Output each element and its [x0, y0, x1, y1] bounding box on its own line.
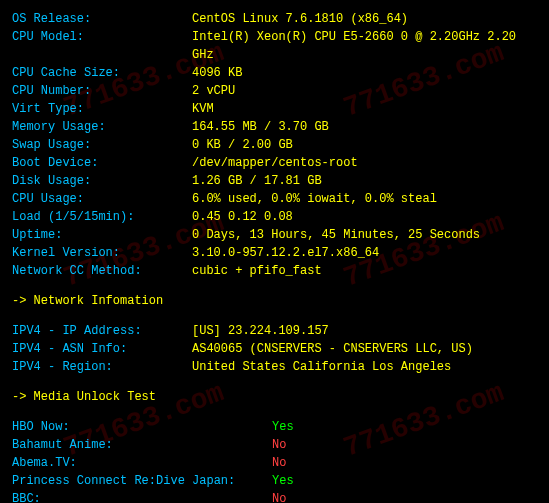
row-boot-device: Boot Device: /dev/mapper/centos-root — [12, 154, 537, 172]
value-boot-device: /dev/mapper/centos-root — [192, 154, 358, 172]
label-ipv4-asn: IPV4 - ASN Info: — [12, 340, 192, 358]
row-virt-type: Virt Type: KVM — [12, 100, 537, 118]
row-memory-usage: Memory Usage: 164.55 MB / 3.70 GB — [12, 118, 537, 136]
label-cpu-usage: CPU Usage: — [12, 190, 192, 208]
row-uptime: Uptime: 0 Days, 13 Hours, 45 Minutes, 25… — [12, 226, 537, 244]
label-ipv4-ip: IPV4 - IP Address: — [12, 322, 192, 340]
row-swap-usage: Swap Usage: 0 KB / 2.00 GB — [12, 136, 537, 154]
label-boot-device: Boot Device: — [12, 154, 192, 172]
value-hbo: Yes — [272, 418, 294, 436]
label-virt-type: Virt Type: — [12, 100, 192, 118]
label-cpu-cache: CPU Cache Size: — [12, 64, 192, 82]
label-cpu-model: CPU Model: — [12, 28, 192, 64]
label-uptime: Uptime: — [12, 226, 192, 244]
row-cpu-model: CPU Model: Intel(R) Xeon(R) CPU E5-2660 … — [12, 28, 537, 64]
value-ipv4-asn: AS40065 (CNSERVERS - CNSERVERS LLC, US) — [192, 340, 473, 358]
row-load: Load (1/5/15min): 0.45 0.12 0.08 — [12, 208, 537, 226]
row-ipv4-ip: IPV4 - IP Address: [US] 23.224.109.157 — [12, 322, 537, 340]
value-load: 0.45 0.12 0.08 — [192, 208, 293, 226]
value-virt-type: KVM — [192, 100, 214, 118]
value-princess: Yes — [272, 472, 294, 490]
row-cc-method: Network CC Method: cubic + pfifo_fast — [12, 262, 537, 280]
label-abema: Abema.TV: — [12, 454, 272, 472]
value-cc-method: cubic + pfifo_fast — [192, 262, 322, 280]
value-bbc: No — [272, 490, 286, 503]
label-princess: Princess Connect Re:Dive Japan: — [12, 472, 272, 490]
label-memory-usage: Memory Usage: — [12, 118, 192, 136]
label-ipv4-region: IPV4 - Region: — [12, 358, 192, 376]
value-ipv4-region: United States California Los Angeles — [192, 358, 451, 376]
label-cpu-number: CPU Number: — [12, 82, 192, 100]
value-abema: No — [272, 454, 286, 472]
row-ipv4-asn: IPV4 - ASN Info: AS40065 (CNSERVERS - CN… — [12, 340, 537, 358]
value-cpu-usage: 6.0% used, 0.0% iowait, 0.0% steal — [192, 190, 437, 208]
section-network-info: -> Network Infomation — [12, 292, 537, 310]
label-kernel: Kernel Version: — [12, 244, 192, 262]
value-memory-usage: 164.55 MB / 3.70 GB — [192, 118, 329, 136]
row-bbc: BBC: No — [12, 490, 537, 503]
value-disk-usage: 1.26 GB / 17.81 GB — [192, 172, 322, 190]
value-cpu-cache: 4096 KB — [192, 64, 242, 82]
row-cpu-cache: CPU Cache Size: 4096 KB — [12, 64, 537, 82]
row-kernel: Kernel Version: 3.10.0-957.12.2.el7.x86_… — [12, 244, 537, 262]
label-cc-method: Network CC Method: — [12, 262, 192, 280]
label-disk-usage: Disk Usage: — [12, 172, 192, 190]
value-kernel: 3.10.0-957.12.2.el7.x86_64 — [192, 244, 379, 262]
row-princess: Princess Connect Re:Dive Japan: Yes — [12, 472, 537, 490]
label-load: Load (1/5/15min): — [12, 208, 192, 226]
label-bbc: BBC: — [12, 490, 272, 503]
label-hbo: HBO Now: — [12, 418, 272, 436]
row-os-release: OS Release: CentOS Linux 7.6.1810 (x86_6… — [12, 10, 537, 28]
row-cpu-usage: CPU Usage: 6.0% used, 0.0% iowait, 0.0% … — [12, 190, 537, 208]
row-cpu-number: CPU Number: 2 vCPU — [12, 82, 537, 100]
label-swap-usage: Swap Usage: — [12, 136, 192, 154]
value-cpu-number: 2 vCPU — [192, 82, 235, 100]
row-bahamut: Bahamut Anime: No — [12, 436, 537, 454]
label-os-release: OS Release: — [12, 10, 192, 28]
value-uptime: 0 Days, 13 Hours, 45 Minutes, 25 Seconds — [192, 226, 480, 244]
row-ipv4-region: IPV4 - Region: United States California … — [12, 358, 537, 376]
row-disk-usage: Disk Usage: 1.26 GB / 17.81 GB — [12, 172, 537, 190]
value-cpu-model: Intel(R) Xeon(R) CPU E5-2660 0 @ 2.20GHz… — [192, 28, 537, 64]
value-swap-usage: 0 KB / 2.00 GB — [192, 136, 293, 154]
section-media-unlock: -> Media Unlock Test — [12, 388, 537, 406]
value-os-release: CentOS Linux 7.6.1810 (x86_64) — [192, 10, 408, 28]
value-ipv4-ip: [US] 23.224.109.157 — [192, 322, 329, 340]
label-bahamut: Bahamut Anime: — [12, 436, 272, 454]
value-bahamut: No — [272, 436, 286, 454]
row-hbo: HBO Now: Yes — [12, 418, 537, 436]
row-abema: Abema.TV: No — [12, 454, 537, 472]
